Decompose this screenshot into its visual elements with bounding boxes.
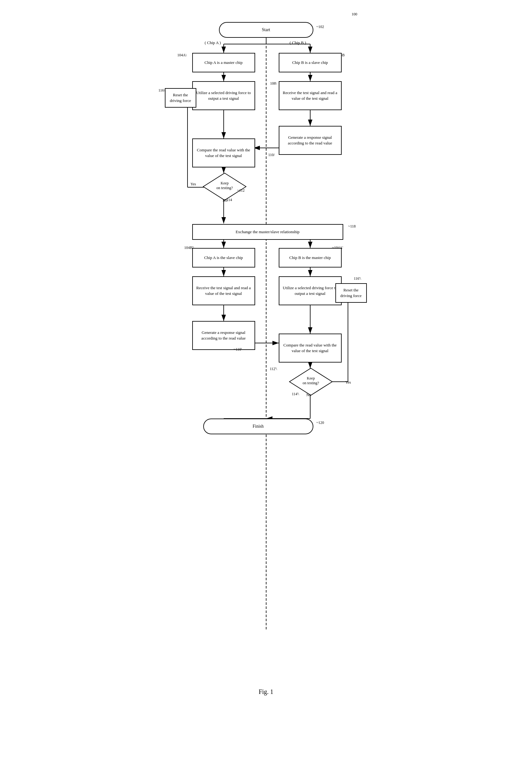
compare-box-2: Compare the read value with the value of… [279, 334, 342, 363]
label-112-prime: 112'\ [270, 367, 277, 371]
label-102: ~102 [316, 25, 324, 29]
yes-label-1: Yes [191, 182, 196, 187]
label-118: ~118 [348, 224, 356, 229]
reset-driving-box-1: Reset the driving force [165, 88, 196, 108]
utilize-test-box-2: Utilize a selected driving force to outp… [279, 276, 342, 305]
label-116-prime: 116'\ [354, 276, 361, 281]
chip-a-master-box: Chip A is a master chip [192, 53, 255, 72]
chip-a-column-label: ( Chip A ) [205, 40, 221, 45]
label-116: 116\ [159, 88, 165, 93]
no-label-1: No [223, 198, 227, 203]
svg-text:on testing?: on testing? [216, 186, 232, 190]
chip-b-slave-box: Chip B is a slave chip [279, 53, 342, 72]
chip-b-column-label: ( Chip B ) [290, 40, 306, 45]
reset-driving-box-2: Reset the driving force [335, 283, 367, 303]
label-108: 108\ [270, 81, 277, 86]
generate-response-box-2: Generate a response signal according to … [192, 321, 255, 350]
exchange-box: Exchange the master/slave relationship [192, 224, 343, 240]
page: 100 Start ~102 ( Chip A ) ( Chip B ) 104… [156, 6, 376, 699]
generate-response-box-1: Generate a response signal according to … [279, 126, 342, 155]
fig-label: Fig. 1 [156, 688, 376, 695]
start-box: Start [219, 22, 313, 38]
receive-test-box-1: Receive the test signal and read a value… [279, 81, 342, 110]
no-label-2: No [306, 393, 311, 397]
label-112: ~112 [237, 188, 245, 193]
diagram-container: 100 Start ~102 ( Chip A ) ( Chip B ) 104… [156, 6, 376, 699]
yes-label-2: Yes [345, 380, 351, 385]
utilize-test-box-1: Utilize a selected driving force to outp… [192, 81, 255, 110]
svg-text:Keep: Keep [221, 181, 228, 185]
svg-text:on testing?: on testing? [302, 381, 319, 385]
label-120: ~120 [316, 420, 324, 425]
receive-test-box-2: Receive the test signal and read a value… [192, 276, 255, 305]
label-104a: 104A\ [177, 53, 187, 58]
chip-b-master-box: Chip B is the master chip [279, 248, 342, 267]
compare-box-1: Compare the read value with the value of… [192, 138, 255, 167]
chip-a-slave-box: Chip A is the slave chip [192, 248, 255, 267]
diagram-number-100: 100 [352, 12, 357, 17]
svg-text:Keep: Keep [307, 376, 315, 380]
label-110-prime: ~110' [234, 347, 242, 352]
label-110: 110/ [268, 153, 275, 157]
finish-box: Finish [203, 419, 313, 434]
label-114-prime: 114'\ [292, 392, 299, 397]
